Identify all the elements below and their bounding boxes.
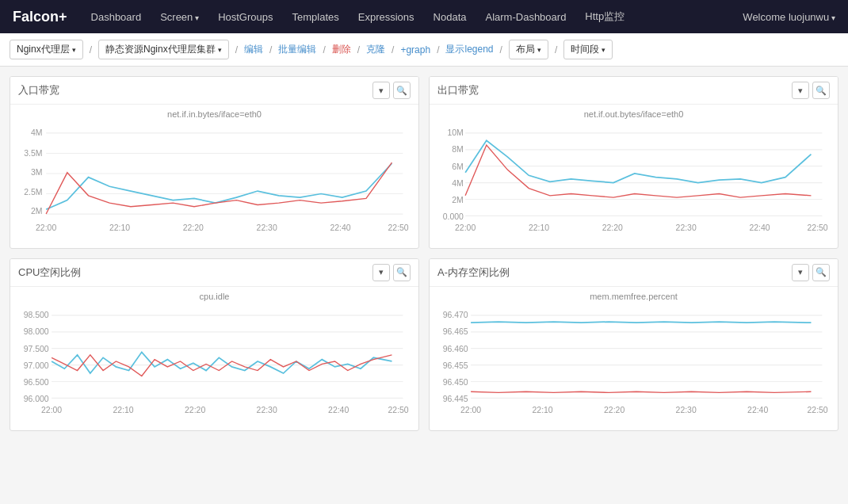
red-line (465, 145, 811, 197)
y-label-2: 3M (31, 168, 43, 177)
chart-ingress-svg: 4M 3.5M 3M 2.5M 2M 22:00 (17, 122, 412, 242)
chart-mem-metric: mem.memfree.percent (436, 292, 831, 301)
chart-egress-down-btn[interactable]: ▾ (792, 82, 809, 99)
chart-ingress-svg-wrap: 4M 3.5M 3M 2.5M 2M 22:00 (17, 122, 412, 242)
x-label-2: 22:20 (183, 223, 204, 232)
x-label-2: 22:20 (602, 223, 623, 232)
breadcrumb2-btn[interactable]: 静态资源Nginx代理层集群 ▾ (98, 40, 229, 59)
add-graph-link[interactable]: +graph (400, 44, 430, 55)
nav-alarm-dashboard[interactable]: Alarm-Dashboard (477, 6, 574, 28)
nav-nodata[interactable]: Nodata (426, 6, 475, 28)
chart-ingress-down-btn[interactable]: ▾ (372, 82, 390, 99)
navbar: Falcon+ Dashboard Screen HostGroups Temp… (0, 0, 848, 33)
chart-cpu-down-btn[interactable]: ▾ (372, 264, 390, 281)
blue-line (471, 322, 811, 323)
time-range-label: 时间段 (571, 43, 599, 56)
layout-arrow: ▾ (537, 46, 541, 54)
y-label-5: 0.000 (443, 212, 464, 221)
breadcrumb1-btn[interactable]: Nginx代理层 ▾ (10, 40, 83, 59)
y-label-3: 96.455 (443, 361, 468, 370)
chart-mem-zoom-btn[interactable]: 🔍 (812, 264, 830, 281)
x-label-4: 22:40 (749, 223, 770, 232)
navbar-welcome[interactable]: Welcome luojunwu (743, 11, 835, 23)
y-label-0: 96.470 (443, 311, 468, 319)
chart-egress-metric: net.if.out.bytes/iface=eth0 (436, 109, 831, 119)
chart-ingress-metric: net.if.in.bytes/iface=eth0 (17, 109, 412, 119)
x-label-5: 22:50 (388, 223, 409, 232)
clone-link[interactable]: 克隆 (366, 43, 385, 56)
nav-templates[interactable]: Templates (285, 6, 347, 28)
chart-egress-header: 出口带宽 ▾ 🔍 (430, 77, 838, 105)
x-label-1: 22:10 (533, 406, 553, 414)
breadcrumb1-label: Nginx代理层 (17, 43, 70, 56)
layout-btn[interactable]: 布局 ▾ (509, 40, 548, 59)
x-label-5: 22:50 (808, 223, 828, 232)
x-label-5: 22:50 (808, 406, 828, 414)
x-label-4: 22:40 (330, 223, 350, 232)
chart-mem-controls: ▾ 🔍 (792, 264, 830, 281)
chart-ingress-body: net.if.in.bytes/iface=eth0 4M 3.5M 3M 2.… (10, 105, 418, 248)
show-legend-link[interactable]: 显示legend (445, 43, 493, 56)
brand[interactable]: Falcon+ (13, 9, 67, 25)
x-label-3: 22:30 (257, 223, 277, 232)
x-label-0: 22:00 (455, 223, 476, 232)
chart-egress-svg: 10M 8M 6M 4M 2M 0.000 22:00 (436, 122, 831, 242)
time-range-btn[interactable]: 时间段 ▾ (563, 40, 613, 59)
chart-ingress-header: 入口带宽 ▾ 🔍 (10, 77, 418, 105)
y-label-5: 96.445 (443, 395, 468, 403)
chart-mem-body: mem.memfree.percent 96.470 96.465 96.460… (430, 287, 838, 430)
chart-mem-header: A-内存空闲比例 ▾ 🔍 (430, 259, 838, 287)
x-label-1: 22:10 (529, 223, 549, 232)
chart-cpu-controls: ▾ 🔍 (372, 264, 411, 281)
chart-cpu-svg: 98.500 98.000 97.500 97.000 96.500 96.00… (17, 304, 412, 424)
blue-line (465, 140, 811, 182)
chart-egress-controls: ▾ 🔍 (792, 82, 830, 99)
sep3: / (268, 44, 273, 55)
chart-cpu-title: CPU空闲比例 (18, 265, 81, 280)
nav-screen[interactable]: Screen (152, 6, 207, 28)
chart-mem-down-btn[interactable]: ▾ (792, 264, 809, 281)
breadcrumb2-arrow: ▾ (218, 46, 222, 54)
toolbar: Nginx代理层 ▾ / 静态资源Nginx代理层集群 ▾ / 编辑 / 批量编… (0, 33, 848, 67)
nav-http[interactable]: Http监控 (577, 5, 632, 29)
chart-cpu-svg-wrap: 98.500 98.000 97.500 97.000 96.500 96.00… (17, 304, 412, 424)
x-label-3: 22:30 (676, 223, 697, 232)
x-label-4: 22:40 (328, 406, 349, 414)
nav-dashboard[interactable]: Dashboard (83, 6, 150, 28)
y-label-3: 2.5M (24, 188, 42, 197)
y-label-4: 2M (452, 196, 464, 204)
y-label-3: 4M (452, 179, 464, 188)
sep5: / (356, 44, 361, 55)
sep9: / (553, 44, 559, 55)
y-label-4: 96.450 (443, 378, 468, 387)
nav-hostgroups[interactable]: HostGroups (210, 6, 281, 28)
x-label-3: 22:30 (257, 406, 277, 414)
chart-ingress-zoom-btn[interactable]: 🔍 (393, 82, 411, 99)
y-label-3: 97.000 (24, 361, 49, 370)
chart-mem-title: A-内存空闲比例 (437, 265, 510, 280)
x-label-4: 22:40 (747, 406, 768, 414)
red-line (46, 162, 392, 214)
x-label-3: 22:30 (676, 406, 697, 414)
y-label-2: 96.460 (443, 345, 468, 353)
chart-ingress-controls: ▾ 🔍 (372, 82, 411, 99)
y-label-4: 2M (31, 207, 43, 216)
time-range-arrow: ▾ (602, 46, 605, 54)
x-label-5: 22:50 (388, 406, 409, 414)
delete-link[interactable]: 删除 (332, 43, 351, 56)
sep6: / (390, 44, 395, 55)
x-label-1: 22:10 (113, 406, 134, 414)
nav-expressions[interactable]: Expressions (350, 6, 422, 28)
chart-cpu-card: CPU空闲比例 ▾ 🔍 cpu.idle 98.500 98.000 97.50… (10, 258, 419, 431)
y-label-1: 98.000 (24, 327, 49, 336)
edit-link[interactable]: 编辑 (244, 43, 263, 56)
chart-mem-svg: 96.470 96.465 96.460 96.455 96.450 96.44… (436, 304, 831, 424)
x-label-0: 22:00 (36, 223, 56, 232)
y-label-1: 96.465 (443, 327, 468, 336)
chart-egress-zoom-btn[interactable]: 🔍 (812, 82, 830, 99)
chart-cpu-zoom-btn[interactable]: 🔍 (393, 264, 411, 281)
x-label-1: 22:10 (109, 223, 130, 232)
batch-edit-link[interactable]: 批量编辑 (278, 43, 316, 56)
chart-cpu-body: cpu.idle 98.500 98.000 97.500 97.000 96.… (10, 287, 418, 430)
chart-ingress-card: 入口带宽 ▾ 🔍 net.if.in.bytes/iface=eth0 4M 3… (10, 76, 419, 249)
